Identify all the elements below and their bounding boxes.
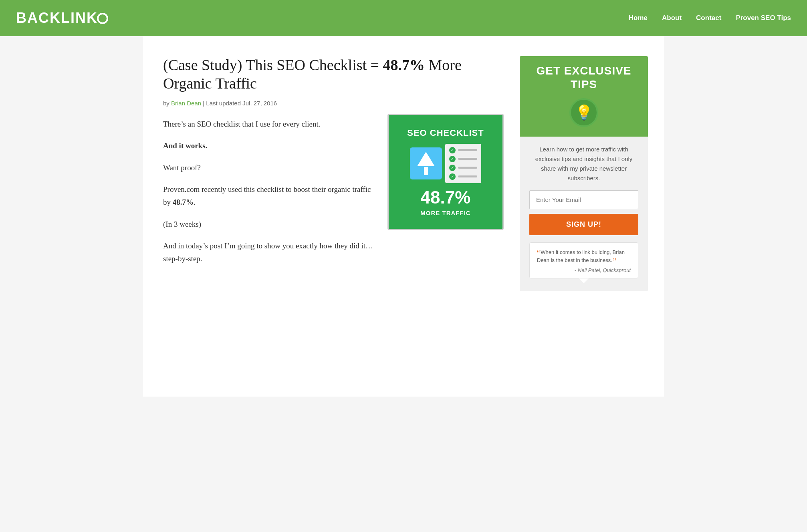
- testimonial-content: When it comes to link building, Brian De…: [537, 249, 625, 263]
- checklist-visual: ✓ ✓ ✓ ✓: [410, 144, 481, 183]
- testimonial-text: “When it comes to link building, Brian D…: [537, 248, 631, 264]
- article-title-plain: (Case Study) This SEO Checklist =: [163, 56, 383, 73]
- paragraph-5: (In 3 weeks): [163, 218, 375, 231]
- meta-author[interactable]: Brian Dean: [171, 100, 201, 107]
- checklist-line-3: ✓: [449, 165, 477, 171]
- logo-o-icon: [97, 13, 108, 24]
- line-bar-1: [458, 149, 477, 151]
- nav-home[interactable]: Home: [629, 14, 648, 22]
- bulb-icon: 💡: [569, 98, 598, 127]
- article-meta: by Brian Dean | Last updated Jul. 27, 20…: [163, 100, 504, 107]
- check-icon-3: ✓: [449, 165, 456, 171]
- checklist-more-traffic: MORE TRAFFIC: [420, 210, 470, 216]
- check-icon-4: ✓: [449, 173, 456, 180]
- arrow-box: [410, 147, 442, 179]
- article-title-bold: 48.7%: [383, 56, 425, 73]
- para4-bold: 48.7%: [173, 198, 194, 206]
- line-bar-3: [458, 167, 477, 169]
- widget-header-title: GET EXCLUSIVE TIPS: [529, 64, 638, 91]
- testimonial: “When it comes to link building, Brian D…: [529, 242, 638, 278]
- arrow-up-icon: [417, 152, 435, 166]
- meta-updated: Last updated Jul. 27, 2016: [206, 100, 277, 107]
- sidebar: GET EXCLUSIVE TIPS 💡 Learn how to get mo…: [520, 56, 648, 373]
- widget-header: GET EXCLUSIVE TIPS 💡: [520, 56, 648, 137]
- article-title: (Case Study) This SEO Checklist = 48.7% …: [163, 56, 504, 93]
- testimonial-tail: [579, 278, 589, 283]
- widget-description: Learn how to get more traffic with exclu…: [529, 145, 638, 183]
- paragraph-6: And in today’s post I’m going to show yo…: [163, 240, 375, 266]
- paragraph-1: There’s an SEO checklist that I use for …: [163, 118, 375, 131]
- nav-about[interactable]: About: [662, 14, 682, 22]
- para4-end: .: [194, 198, 196, 206]
- line-bar-4: [458, 175, 477, 177]
- content-flex: There’s an SEO checklist that I use for …: [163, 118, 504, 274]
- article: (Case Study) This SEO Checklist = 48.7% …: [163, 56, 504, 373]
- article-text-column: There’s an SEO checklist that I use for …: [163, 118, 375, 274]
- paragraph-3: Want proof?: [163, 161, 375, 174]
- paragraph-4: Proven.com recently used this checklist …: [163, 183, 375, 209]
- seo-checklist-image: SEO CHECKLIST ✓ ✓: [387, 114, 504, 230]
- signup-button[interactable]: SIGN UP!: [529, 214, 638, 235]
- article-body: There’s an SEO checklist that I use for …: [163, 118, 375, 265]
- main-wrapper: (Case Study) This SEO Checklist = 48.7% …: [143, 36, 664, 397]
- site-logo[interactable]: BACKLINK: [16, 10, 108, 26]
- logo-text: BACKLINK: [16, 10, 98, 26]
- checklist-title: SEO CHECKLIST: [407, 128, 484, 138]
- widget-body: Learn how to get more traffic with exclu…: [520, 137, 648, 291]
- line-bar-2: [458, 158, 477, 160]
- email-input[interactable]: [529, 190, 638, 209]
- checklist-lines: ✓ ✓ ✓ ✓: [445, 144, 481, 183]
- checklist-percent: 48.7%: [421, 189, 471, 206]
- main-nav: Home About Contact Proven SEO Tips: [629, 14, 791, 22]
- nav-contact[interactable]: Contact: [696, 14, 721, 22]
- paragraph-2: And it works.: [163, 139, 375, 152]
- meta-separator: |: [201, 100, 206, 107]
- meta-by: by: [163, 100, 171, 107]
- checklist-line-4: ✓: [449, 173, 477, 180]
- check-icon-2: ✓: [449, 156, 456, 162]
- close-quote-icon: ”: [613, 256, 616, 266]
- lightbulb-icon: 💡: [575, 104, 593, 121]
- sidebar-widget: GET EXCLUSIVE TIPS 💡 Learn how to get mo…: [520, 56, 648, 291]
- checklist-line-1: ✓: [449, 147, 477, 153]
- check-icon-1: ✓: [449, 147, 456, 153]
- paragraph-2-bold: And it works.: [163, 141, 207, 150]
- testimonial-author: - Neil Patel, Quicksprout: [537, 267, 631, 273]
- nav-proven-seo[interactable]: Proven SEO Tips: [736, 14, 791, 22]
- checklist-line-2: ✓: [449, 156, 477, 162]
- site-header: BACKLINK Home About Contact Proven SEO T…: [0, 0, 807, 36]
